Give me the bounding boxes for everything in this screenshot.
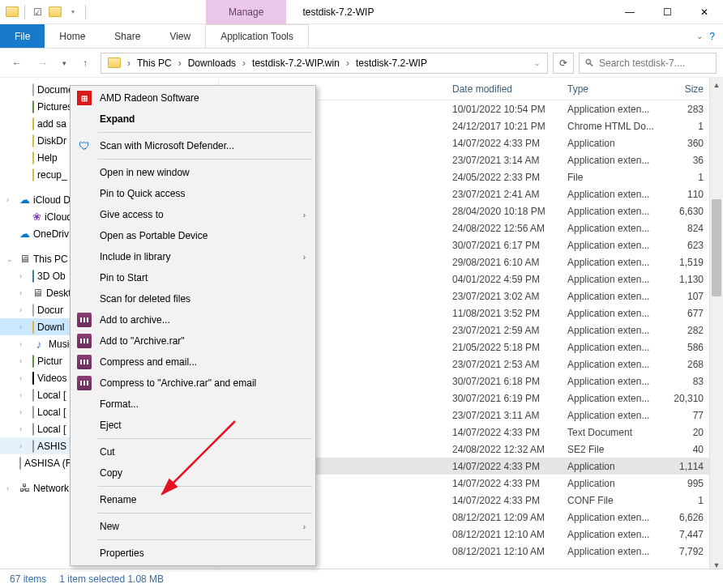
file-type: File bbox=[567, 172, 665, 183]
menu-item-label: Compress and email... bbox=[100, 356, 197, 368]
menu-separator bbox=[98, 159, 312, 160]
maximize-button[interactable]: ☐ bbox=[648, 0, 686, 24]
breadcrumb-part[interactable]: testdisk-7.2-WIP.win bbox=[249, 58, 343, 69]
chevron-icon[interactable]: › bbox=[6, 484, 16, 492]
chevron-icon[interactable]: › bbox=[19, 272, 29, 280]
scrollbar-thumb[interactable] bbox=[712, 199, 721, 296]
chevron-icon[interactable]: › bbox=[19, 340, 29, 348]
address-dropdown-icon[interactable]: ⌄ bbox=[534, 59, 544, 67]
manage-tab[interactable]: Manage bbox=[206, 0, 286, 24]
menu-item[interactable]: Properties bbox=[72, 543, 314, 564]
back-button[interactable]: ← bbox=[6, 53, 28, 74]
menu-separator bbox=[98, 513, 312, 513]
menu-item[interactable]: Compress to "Archive.rar" and email bbox=[72, 373, 314, 394]
qat-dropdown-icon[interactable]: ▾ bbox=[66, 5, 80, 19]
file-date: 30/07/2021 6:19 PM bbox=[452, 393, 567, 404]
menu-item[interactable]: ⊞AMD Radeon Software bbox=[72, 87, 314, 109]
menu-item[interactable]: Expand bbox=[72, 109, 314, 130]
chevron-icon[interactable]: › bbox=[19, 391, 29, 399]
chevron-right-icon[interactable]: › bbox=[344, 58, 351, 69]
help-icon[interactable]: ? bbox=[709, 31, 715, 42]
file-size: 995 bbox=[665, 478, 704, 489]
file-size: 1 bbox=[665, 121, 704, 132]
menu-item[interactable]: Open in new window bbox=[72, 162, 314, 183]
menu-item[interactable]: Open as Portable Device bbox=[72, 225, 314, 246]
tab-share[interactable]: Share bbox=[100, 24, 155, 48]
file-size: 1 bbox=[665, 172, 704, 183]
new-folder-icon[interactable] bbox=[48, 5, 62, 19]
search-input[interactable]: 🔍︎ Search testdisk-7.... bbox=[579, 53, 717, 74]
minimize-button[interactable]: — bbox=[611, 0, 648, 24]
menu-item[interactable]: Rename bbox=[72, 489, 314, 510]
close-button[interactable]: ✕ bbox=[686, 0, 723, 24]
up-button[interactable]: ↑ bbox=[75, 53, 96, 74]
menu-item[interactable]: Compress and email... bbox=[72, 352, 314, 373]
tree-item-icon bbox=[32, 118, 34, 130]
breadcrumb-part[interactable]: This PC bbox=[134, 58, 175, 69]
menu-item[interactable]: Format... bbox=[72, 394, 314, 415]
menu-item[interactable]: New› bbox=[72, 516, 314, 537]
chevron-icon[interactable]: › bbox=[19, 425, 29, 433]
tab-application-tools[interactable]: Application Tools bbox=[205, 24, 309, 48]
chevron-icon[interactable]: › bbox=[19, 408, 29, 416]
refresh-button[interactable]: ⟳ bbox=[553, 53, 574, 74]
menu-item[interactable]: Cut bbox=[72, 441, 314, 462]
file-type: Application exten... bbox=[567, 529, 665, 540]
scroll-up-icon[interactable]: ▲ bbox=[710, 78, 723, 92]
chevron-icon[interactable]: › bbox=[19, 289, 29, 297]
tree-item-label: Help bbox=[37, 152, 58, 164]
menu-item[interactable]: Eject bbox=[72, 415, 314, 436]
menu-item[interactable]: Pin to Quick access bbox=[72, 183, 314, 204]
file-date: 23/07/2021 2:41 AM bbox=[452, 189, 567, 200]
menu-item[interactable]: 🛡Scan with Microsoft Defender... bbox=[72, 135, 314, 156]
status-item-count: 67 items bbox=[10, 573, 46, 585]
file-date: 30/07/2021 6:17 PM bbox=[452, 240, 567, 251]
menu-item[interactable]: Add to archive... bbox=[72, 309, 314, 330]
menu-item-label: Give access to bbox=[100, 209, 164, 220]
menu-item[interactable]: Give access to› bbox=[72, 204, 314, 225]
chevron-right-icon[interactable]: › bbox=[126, 58, 132, 69]
menu-item[interactable]: Include in library› bbox=[72, 246, 314, 267]
file-size: 1,114 bbox=[665, 461, 704, 472]
menu-item[interactable]: Scan for deleted files bbox=[72, 288, 314, 309]
context-menu[interactable]: ⊞AMD Radeon SoftwareExpand🛡Scan with Mic… bbox=[70, 85, 316, 566]
column-size[interactable]: Size bbox=[665, 83, 704, 95]
vertical-scrollbar[interactable]: ▲ ▼ bbox=[709, 78, 723, 572]
tab-view[interactable]: View bbox=[155, 24, 205, 48]
forward-button[interactable]: → bbox=[32, 53, 53, 74]
chevron-icon[interactable]: › bbox=[6, 196, 16, 204]
file-size: 20,310 bbox=[665, 393, 704, 404]
chevron-down-icon[interactable]: ⌄ bbox=[696, 32, 703, 40]
menu-item-label: Format... bbox=[100, 398, 139, 410]
column-date[interactable]: Date modified bbox=[452, 83, 567, 95]
chevron-right-icon[interactable]: › bbox=[177, 58, 183, 69]
rar-icon bbox=[77, 334, 92, 348]
menu-item[interactable]: Add to "Archive.rar" bbox=[72, 330, 314, 352]
rar-icon bbox=[77, 313, 92, 327]
breadcrumb-part[interactable]: Downloads bbox=[185, 58, 239, 69]
menu-item-label: Expand bbox=[100, 113, 135, 125]
column-type[interactable]: Type bbox=[567, 83, 665, 95]
chevron-icon[interactable]: › bbox=[19, 374, 29, 382]
file-type: Application exten... bbox=[567, 223, 665, 234]
menu-separator bbox=[98, 132, 312, 133]
chevron-icon[interactable]: › bbox=[19, 306, 29, 314]
tree-item-label: add sa bbox=[37, 118, 66, 130]
chevron-right-icon[interactable]: › bbox=[241, 58, 247, 69]
menu-item[interactable]: Pin to Start bbox=[72, 267, 314, 288]
file-date: 28/04/2020 10:18 PM bbox=[452, 206, 567, 217]
chevron-icon[interactable]: ⌄ bbox=[6, 255, 16, 263]
chevron-right-icon: › bbox=[303, 211, 306, 219]
breadcrumb-part[interactable]: testdisk-7.2-WIP bbox=[353, 58, 430, 69]
recent-dropdown-icon[interactable]: ▾ bbox=[58, 53, 70, 74]
chevron-icon[interactable]: › bbox=[19, 357, 29, 365]
chevron-icon[interactable]: › bbox=[19, 442, 29, 450]
menu-item[interactable]: Copy bbox=[72, 462, 314, 484]
tab-home[interactable]: Home bbox=[45, 24, 100, 48]
breadcrumb[interactable]: › This PC › Downloads › testdisk-7.2-WIP… bbox=[101, 53, 548, 74]
window-title: testdisk-7.2-WIP bbox=[302, 6, 374, 18]
tab-file[interactable]: File bbox=[0, 24, 45, 48]
chevron-icon[interactable]: › bbox=[19, 323, 29, 331]
properties-icon[interactable]: ☑ bbox=[30, 5, 45, 19]
menu-item-label: New bbox=[100, 521, 119, 532]
